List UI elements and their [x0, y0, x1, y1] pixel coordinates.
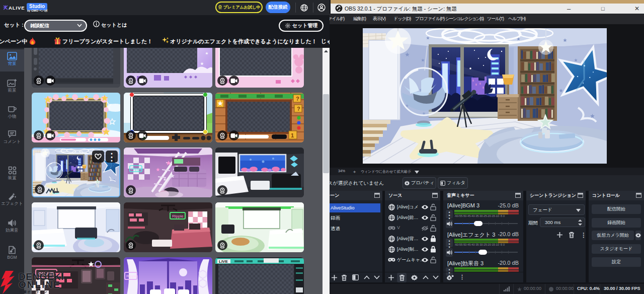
svg-text:Ripple: Ripple: [126, 274, 138, 278]
svg-text:?: ?: [296, 96, 299, 102]
svg-text:Ripple: Ripple: [131, 167, 143, 171]
svg-text:1: 1: [291, 132, 294, 138]
svg-text:Ripple: Ripple: [172, 214, 184, 218]
svg-text:LIVE: LIVE: [219, 259, 228, 264]
svg-text:?: ?: [297, 106, 300, 112]
